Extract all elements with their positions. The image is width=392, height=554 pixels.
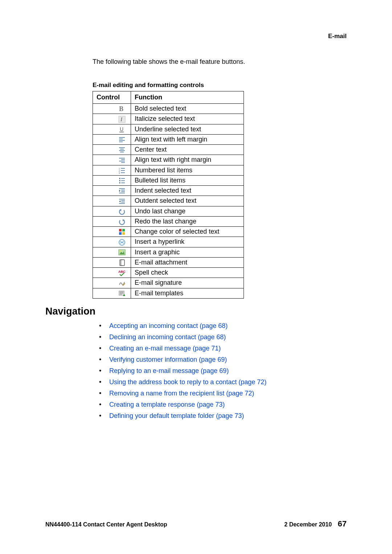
page-number: 67 (338, 519, 347, 528)
spellcheck-icon (118, 269, 126, 276)
function-cell: Bold selected text (131, 104, 244, 114)
nav-item: Creating a template response (page 73) (99, 401, 347, 409)
nav-link[interactable]: Creating a template response (page 73) (109, 401, 225, 408)
align-center-icon (118, 146, 126, 153)
table-row: Outdent selected text (93, 196, 244, 206)
function-cell: Center text (131, 145, 244, 155)
control-cell (93, 114, 131, 124)
control-cell (93, 268, 131, 278)
nav-item: Accepting an incoming contact (page 68) (99, 322, 347, 330)
hyperlink-icon (118, 239, 126, 246)
table-row: Undo last change (93, 206, 244, 216)
control-cell (93, 278, 131, 288)
table-row: Italicize selected text (93, 114, 244, 124)
italic-icon (118, 116, 126, 123)
page-footer: NN44400-114 Contact Center Agent Desktop… (45, 519, 347, 529)
function-cell: Align text with right margin (131, 155, 244, 165)
font-color-icon (118, 228, 126, 235)
table-row: Insert a graphic (93, 247, 244, 257)
document-page: E-mail The following table shows the e-m… (0, 0, 392, 554)
undo-icon (118, 208, 126, 215)
table-row: Align text with right margin (93, 155, 244, 165)
function-cell: Numbered list items (131, 165, 244, 175)
control-cell (93, 134, 131, 144)
table-row: Bold selected text (93, 104, 244, 114)
attachment-icon (118, 259, 126, 266)
table-row: Redo the last change (93, 216, 244, 226)
table-row: Insert a hyperlink (93, 237, 244, 247)
table-row: Spell check (93, 268, 244, 278)
navigation-list: Accepting an incoming contact (page 68)D… (99, 322, 347, 420)
footer-right: 2 December 2010 67 (284, 519, 347, 529)
table-row: E-mail templates (93, 288, 244, 298)
function-cell: Spell check (131, 268, 244, 278)
nav-item: Using the address book to reply to a con… (99, 378, 347, 386)
control-cell (93, 165, 131, 175)
table-row: Change color of selected text (93, 227, 244, 237)
footer-date: 2 December 2010 (284, 521, 332, 528)
function-cell: E-mail attachment (131, 257, 244, 267)
table-row: Indent selected text (93, 186, 244, 196)
function-cell: Change color of selected text (131, 227, 244, 237)
nav-link[interactable]: Defining your default template folder (p… (109, 412, 244, 419)
templates-icon (118, 290, 126, 297)
nav-item: Declining an incoming contact (page 68) (99, 333, 347, 341)
function-cell: Undo last change (131, 206, 244, 216)
table-row: Align text with left margin (93, 134, 244, 144)
function-cell: Redo the last change (131, 216, 244, 226)
bold-icon (118, 105, 126, 112)
control-cell (93, 216, 131, 226)
control-cell (93, 206, 131, 216)
function-cell: Underline selected text (131, 124, 244, 134)
table-row: E-mail signature (93, 278, 244, 288)
control-cell (93, 257, 131, 267)
control-cell (93, 288, 131, 298)
nav-link[interactable]: Declining an incoming contact (page 68) (109, 333, 226, 341)
bulleted-list-icon (118, 177, 126, 184)
control-cell (93, 155, 131, 165)
nav-link[interactable]: Creating an e-mail message (page 71) (109, 345, 221, 352)
control-cell (93, 145, 131, 155)
control-cell (93, 186, 131, 196)
control-cell (93, 175, 131, 185)
table-row: Underline selected text (93, 124, 244, 134)
nav-item: Defining your default template folder (p… (99, 412, 347, 420)
nav-link[interactable]: Removing a name from the recipient list … (109, 390, 254, 397)
col-function: Function (131, 91, 244, 104)
function-cell: Outdent selected text (131, 196, 244, 206)
function-cell: Insert a graphic (131, 247, 244, 257)
controls-table: Control Function Bold selected textItali… (93, 91, 244, 299)
indent-icon (118, 187, 126, 194)
table-row: Center text (93, 145, 244, 155)
control-cell (93, 237, 131, 247)
underline-icon (118, 126, 126, 133)
table-row: Numbered list items (93, 165, 244, 175)
footer-doc-id: NN44400-114 Contact Center Agent Desktop (45, 521, 167, 528)
nav-link[interactable]: Accepting an incoming contact (page 68) (109, 322, 228, 329)
intro-paragraph: The following table shows the e-mail fea… (93, 58, 347, 66)
nav-item: Creating an e-mail message (page 71) (99, 345, 347, 352)
control-cell (93, 104, 131, 114)
nav-link[interactable]: Replying to an e-mail message (page 69) (109, 367, 229, 374)
function-cell: Bulleted list items (131, 175, 244, 185)
nav-link[interactable]: Verifying customer information (page 69) (109, 356, 227, 363)
nav-link[interactable]: Using the address book to reply to a con… (109, 378, 266, 386)
function-cell: Align text with left margin (131, 134, 244, 144)
numbered-list-icon (118, 167, 126, 174)
function-cell: Insert a hyperlink (131, 237, 244, 247)
function-cell: Indent selected text (131, 186, 244, 196)
control-cell (93, 124, 131, 134)
align-right-icon (118, 157, 126, 164)
align-left-icon (118, 136, 126, 143)
outdent-icon (118, 198, 126, 205)
col-control: Control (93, 91, 131, 104)
table-row: E-mail attachment (93, 257, 244, 267)
navigation-heading: Navigation (45, 306, 347, 317)
insert-image-icon (118, 249, 126, 256)
control-cell (93, 196, 131, 206)
table-caption: E-mail editing and formatting controls (93, 82, 347, 89)
function-cell: Italicize selected text (131, 114, 244, 124)
nav-item: Replying to an e-mail message (page 69) (99, 367, 347, 375)
control-cell (93, 247, 131, 257)
function-cell: E-mail signature (131, 278, 244, 288)
